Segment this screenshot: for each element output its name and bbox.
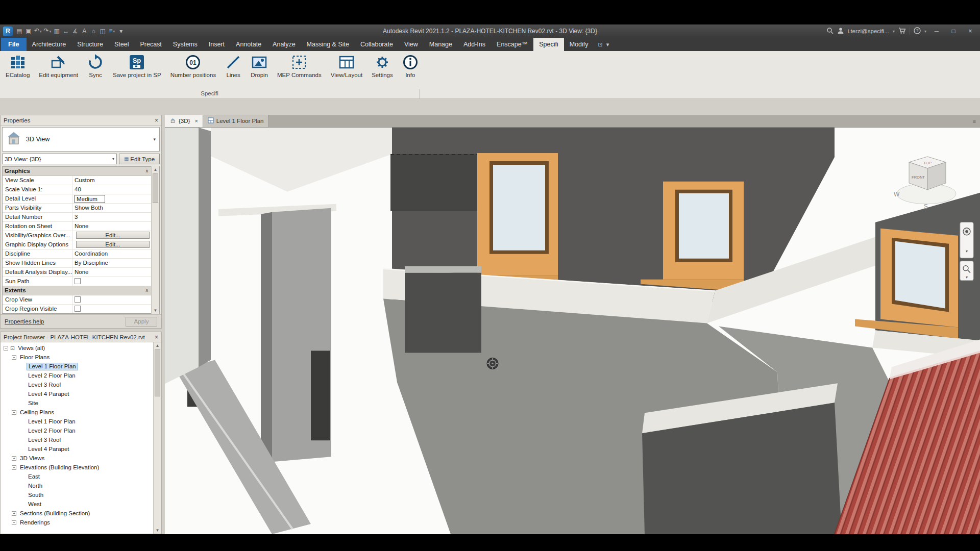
close-button[interactable]: × <box>964 28 977 35</box>
left-wall-face[interactable] <box>165 128 199 384</box>
dropin-button[interactable]: Dropin <box>246 51 273 78</box>
expand-icon[interactable]: + <box>12 511 16 516</box>
collapse-icon[interactable]: − <box>12 410 16 415</box>
ribbon-tab-analyze[interactable]: Analyze <box>267 38 301 51</box>
tree-item-west[interactable]: West <box>1 499 161 509</box>
number-positions-button[interactable]: 01Number positions <box>166 51 220 78</box>
rotation-on-sheet-value[interactable]: None <box>75 223 89 229</box>
ribbon-tab-view[interactable]: View <box>399 38 424 51</box>
edit-type-button[interactable]: ▦ Edit Type <box>119 154 160 164</box>
ribbon-tab-enscape[interactable]: Enscape™ <box>491 38 533 51</box>
text-icon[interactable]: A <box>80 27 88 35</box>
default-analysis-display-value[interactable]: None <box>75 269 89 275</box>
close-icon[interactable]: × <box>152 334 158 341</box>
ribbon-tab-systems[interactable]: Systems <box>167 38 203 51</box>
ribbon-tab-steel[interactable]: Steel <box>109 38 135 51</box>
measure-icon[interactable]: ↔ <box>62 27 70 35</box>
ribbon-tab-structure[interactable]: Structure <box>71 38 109 51</box>
close-icon[interactable]: × <box>152 117 158 124</box>
door-opening[interactable] <box>311 350 330 440</box>
ribbon-tab-manage[interactable]: Manage <box>424 38 458 51</box>
open-file-icon[interactable]: ▤ <box>15 27 23 35</box>
scroll-down-icon[interactable]: ▼ <box>152 307 159 314</box>
view-scale-value[interactable]: Custom <box>75 177 95 183</box>
scroll-up-icon[interactable]: ▲ <box>154 342 161 349</box>
help-icon[interactable]: ? <box>914 27 921 36</box>
wall-stub-top[interactable] <box>405 266 481 273</box>
show-hidden-lines-value[interactable]: By Discipline <box>75 260 108 266</box>
section-header-extents[interactable]: Extents∧ <box>3 286 151 295</box>
aligned-dimension-icon[interactable]: ∡ <box>71 27 79 35</box>
edit-equipment-button[interactable]: Edit equipment <box>34 51 83 78</box>
lines-button[interactable]: Lines <box>220 51 246 78</box>
ribbon-tab-annotate[interactable]: Annotate <box>230 38 267 51</box>
scroll-down-icon[interactable]: ▼ <box>154 527 161 534</box>
window-3-glass[interactable] <box>895 241 945 309</box>
expand-icon[interactable]: + <box>12 456 16 461</box>
detail-number-value[interactable]: 3 <box>75 214 78 220</box>
view-tab-level-1-floor-plan[interactable]: Level 1 Floor Plan <box>203 115 269 127</box>
signed-in-account[interactable]: i.terzi@specifi... <box>848 28 889 34</box>
tree-item-level-3-roof[interactable]: Level 3 Roof <box>1 380 161 389</box>
parts-visibility-value[interactable]: Show Both <box>75 205 103 211</box>
panel-label[interactable]: Specifi <box>0 89 420 98</box>
cart-icon[interactable] <box>898 27 906 36</box>
graphic-display-options-edit-button[interactable]: Edit... <box>76 241 150 248</box>
apply-button[interactable]: Apply <box>126 317 157 327</box>
help-caret-icon[interactable]: ▾ <box>924 29 926 34</box>
chevron-down-icon[interactable]: ▾ <box>112 157 114 161</box>
thin-lines-icon[interactable]: ≡▾ <box>108 27 116 36</box>
ribbon-tab-massing-site[interactable]: Massing & Site <box>301 38 355 51</box>
tree-item-level-2-floor-plan[interactable]: Level 2 Floor Plan <box>1 371 161 380</box>
tree-item-elevations-building-elevation[interactable]: −Elevations (Building Elevation) <box>1 463 161 472</box>
undo-icon[interactable]: ↶▾ <box>34 27 42 36</box>
minimize-button[interactable]: ─ <box>930 28 943 35</box>
settings-button[interactable]: Settings <box>367 51 398 78</box>
account-caret-icon[interactable]: ▾ <box>893 29 895 34</box>
tree-item-level-4-parapet[interactable]: Level 4 Parapet <box>1 389 161 398</box>
tree-item-level-2-floor-plan[interactable]: Level 2 Floor Plan <box>1 426 161 435</box>
left-wall-edge[interactable] <box>199 128 211 367</box>
properties-help-link[interactable]: Properties help <box>5 318 44 324</box>
tree-item-3d-views[interactable]: +3D Views <box>1 454 161 463</box>
crop-region-visible-checkbox[interactable] <box>75 306 81 312</box>
maximize-button[interactable]: □ <box>947 28 960 35</box>
window-2-glass[interactable] <box>679 193 729 259</box>
ribbon-tab-architecture[interactable]: Architecture <box>27 38 72 51</box>
mep-commands-button[interactable]: MEP Commands <box>273 51 326 78</box>
viewcube-west-label[interactable]: W <box>894 191 900 198</box>
scale-value-1-value[interactable]: 40 <box>75 186 81 192</box>
collapse-icon[interactable]: − <box>12 465 16 470</box>
wall-recess[interactable] <box>390 154 482 211</box>
panel-state-icon[interactable]: ⊡ ▾ <box>594 38 615 51</box>
ribbon-tab-add-ins[interactable]: Add-Ins <box>458 38 491 51</box>
tree-item-level-1-floor-plan[interactable]: Level 1 Floor Plan <box>1 417 161 426</box>
navigation-bar[interactable]: ▾ ▾ <box>960 222 973 281</box>
section-icon[interactable]: ◫ <box>99 27 107 35</box>
sync-button[interactable]: Sync <box>83 51 108 78</box>
close-view-icon[interactable]: × <box>194 118 198 124</box>
view-filter-combo[interactable]: 3D View: {3D} ▾ <box>2 154 117 164</box>
tree-item-south[interactable]: South <box>1 490 161 499</box>
tree-item-renderings[interactable]: −Renderings <box>1 518 161 527</box>
ribbon-tab-file[interactable]: File <box>1 38 27 51</box>
discipline-value[interactable]: Coordination <box>75 251 108 257</box>
collapse-icon[interactable]: ∧ <box>145 167 151 176</box>
collapse-icon[interactable]: − <box>12 520 16 525</box>
model-canvas[interactable]: W S TOP FRONT ▾ <box>165 127 980 534</box>
section-header-graphics[interactable]: Graphics∧ <box>3 167 151 176</box>
ribbon-tab-insert[interactable]: Insert <box>203 38 230 51</box>
ribbon-tab-collaborate[interactable]: Collaborate <box>355 38 399 51</box>
info-button[interactable]: Info <box>398 51 423 78</box>
tree-item-floor-plans[interactable]: −Floor Plans <box>1 353 161 362</box>
sun-path-checkbox[interactable] <box>75 278 81 284</box>
view-tab-list-icon[interactable]: ≡ <box>973 115 976 127</box>
default-3d-view-icon[interactable]: ⌂ <box>89 27 97 35</box>
ribbon-tab-modify[interactable]: Modify <box>564 38 594 51</box>
view-tab-3d[interactable]: {3D}× <box>165 115 203 127</box>
navbar-caret-icon[interactable]: ▾ <box>966 249 968 254</box>
crop-view-checkbox[interactable] <box>75 296 81 303</box>
ribbon-tab-precast[interactable]: Precast <box>134 38 167 51</box>
collapse-icon[interactable]: − <box>4 346 8 350</box>
collapse-icon[interactable]: ∧ <box>145 286 151 295</box>
